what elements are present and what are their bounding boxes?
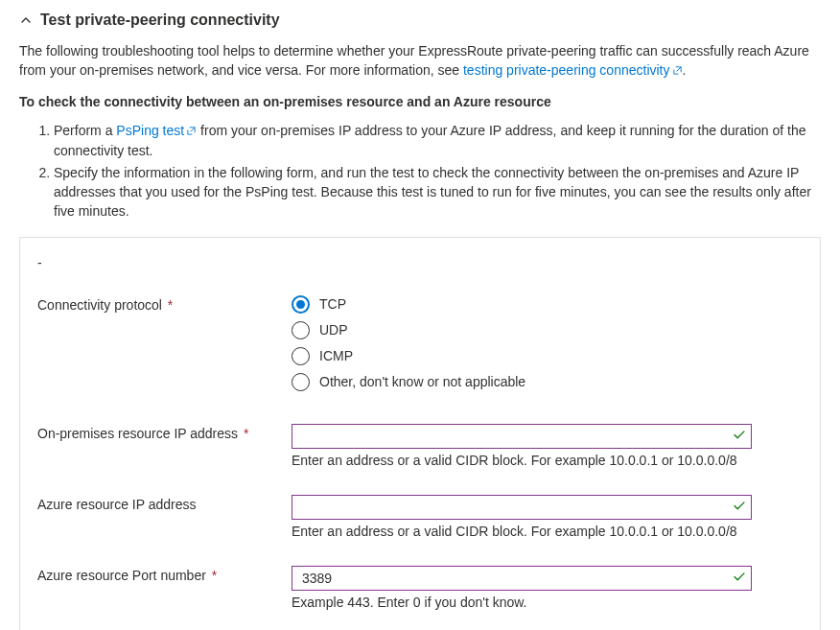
radio-other-label: Other, don't know or not applicable <box>319 374 525 389</box>
psping-link[interactable]: PsPing test <box>116 123 197 138</box>
hint-onprem-ip: Enter an address or a valid CIDR block. … <box>292 453 752 468</box>
row-protocol: Connectivity protocol * TCP UDP ICMP Oth… <box>37 295 803 391</box>
row-azure-port: Azure resource Port number * Example 443… <box>37 566 803 610</box>
radio-icon <box>292 373 310 391</box>
external-link-icon <box>672 62 683 82</box>
label-azure-port: Azure resource Port number * <box>37 566 292 583</box>
hint-azure-port: Example 443. Enter 0 if you don't know. <box>292 595 752 610</box>
intro-before: The following troubleshooting tool helps… <box>19 43 809 78</box>
radio-tcp[interactable]: TCP <box>292 295 752 314</box>
hint-azure-ip: Enter an address or a valid CIDR block. … <box>292 524 752 539</box>
page-title: Test private-peering connectivity <box>40 12 280 29</box>
step-2: Specify the information in the following… <box>54 163 821 222</box>
label-azure-ip: Azure resource IP address <box>37 495 292 512</box>
row-onprem-ip: On-premises resource IP address * Enter … <box>37 424 803 468</box>
required-mark: * <box>244 426 248 441</box>
row-azure-ip: Azure resource IP address Enter an addre… <box>37 495 803 539</box>
radio-other[interactable]: Other, don't know or not applicable <box>292 373 752 391</box>
section-header[interactable]: Test private-peering connectivity <box>19 12 821 29</box>
chevron-up-icon <box>19 13 33 27</box>
radio-icon <box>292 295 310 314</box>
intro-link[interactable]: testing private-peering connectivity <box>463 62 683 78</box>
label-onprem-ip: On-premises resource IP address * <box>37 424 292 441</box>
subheading: To check the connectivity between an on-… <box>19 94 821 109</box>
radio-icmp[interactable]: ICMP <box>292 347 752 365</box>
dash-indicator: - <box>37 255 803 270</box>
radio-icon <box>292 347 310 365</box>
step-1: Perform a PsPing test from your on-premi… <box>54 121 821 161</box>
steps-list: Perform a PsPing test from your on-premi… <box>19 121 821 221</box>
label-protocol: Connectivity protocol * <box>37 295 292 313</box>
azure-port-input[interactable] <box>292 566 752 591</box>
radio-udp-label: UDP <box>319 322 348 338</box>
external-link-icon <box>186 122 197 141</box>
onprem-ip-input[interactable] <box>292 424 752 449</box>
radio-tcp-label: TCP <box>319 296 346 312</box>
radio-icon <box>292 321 310 339</box>
intro-text: The following troubleshooting tool helps… <box>19 42 821 81</box>
required-mark: * <box>168 297 173 313</box>
required-mark: * <box>212 568 217 583</box>
protocol-radio-group: TCP UDP ICMP Other, don't know or not ap… <box>292 295 752 391</box>
radio-icmp-label: ICMP <box>319 348 353 363</box>
form-panel: - Connectivity protocol * TCP UDP ICMP O… <box>19 237 821 630</box>
intro-after: . <box>683 62 687 78</box>
radio-udp[interactable]: UDP <box>292 321 752 339</box>
azure-ip-input[interactable] <box>292 495 752 520</box>
